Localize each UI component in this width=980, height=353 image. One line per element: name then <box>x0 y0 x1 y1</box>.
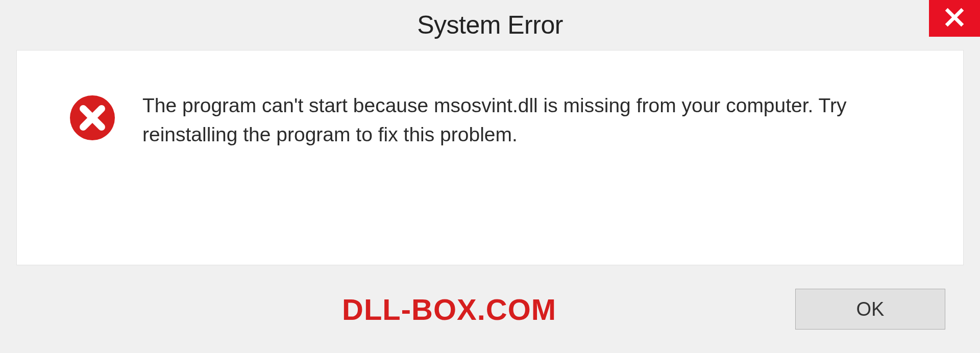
watermark-text: DLL-BOX.COM <box>342 292 556 326</box>
error-message: The program can't start because msosvint… <box>142 91 933 149</box>
close-icon <box>944 7 965 30</box>
error-icon <box>68 93 117 144</box>
titlebar: System Error <box>0 0 980 50</box>
dialog-footer: DLL-BOX.COM OK <box>0 265 980 353</box>
dialog-title: System Error <box>417 10 563 40</box>
content-panel: The program can't start because msosvint… <box>16 50 964 265</box>
error-dialog: System Error The program can't start bec… <box>0 0 980 353</box>
ok-button[interactable]: OK <box>795 289 945 330</box>
close-button[interactable] <box>929 0 980 37</box>
